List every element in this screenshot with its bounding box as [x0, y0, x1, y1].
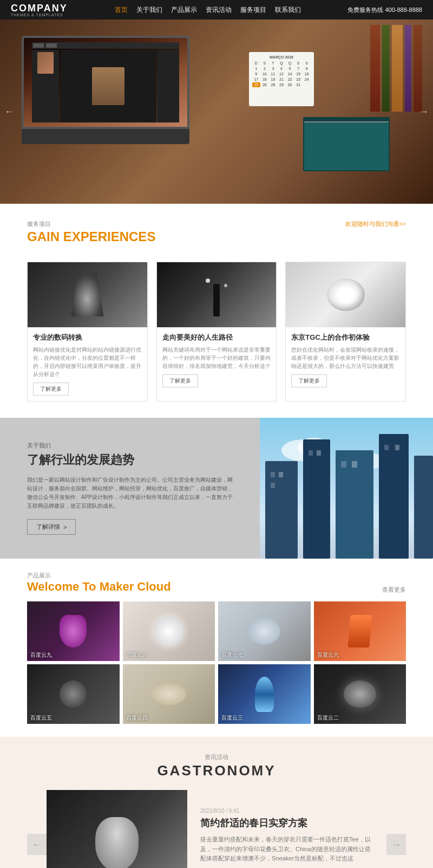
product-item-8[interactable]: 百度云二 — [314, 664, 406, 724]
cal-s2: S — [294, 61, 303, 66]
product-3-label: 百度云七 — [221, 651, 243, 659]
laptop-base — [22, 129, 189, 144]
header: COMPANY THEMES & TEMPLATES 首页 关于我们 产品展示 … — [0, 0, 433, 20]
product-item-7[interactable]: 百度云三 — [218, 664, 311, 724]
products-title: Welcome To Maker Cloud — [27, 580, 171, 594]
cal-q1: Q — [278, 61, 286, 66]
cal-12: 12 — [278, 72, 286, 76]
hero-notebook — [303, 117, 390, 171]
services-title: GAIN EXPERIENCES — [27, 229, 155, 244]
products-link[interactable]: 查看更多 — [382, 586, 406, 594]
svg-rect-5 — [303, 439, 330, 559]
cal-29: 29 — [278, 82, 286, 87]
card-3-btn[interactable]: 了解更多 — [291, 374, 327, 387]
card-1-text: 网站内链接优化是对网站的站内链接源进行优化，在内链优化中，分发的位置都是不一样的… — [33, 346, 142, 378]
cal-23: 23 — [294, 77, 303, 82]
svg-rect-7 — [379, 434, 409, 559]
card-2-img — [157, 262, 277, 327]
cal-19: 19 — [269, 77, 277, 82]
product-4-label: 百度云六 — [317, 651, 339, 659]
card-1-body: 专业的数码转换 网站内链接优化是对网站的站内链接源进行优化，在内链优化中，分发的… — [28, 327, 147, 401]
about-section: 关于我们 了解行业的发展趋势 我们是一家以网站设计制作和广告设计制作为主的公司。… — [0, 418, 433, 559]
nav-item-about[interactable]: 关于我们 — [136, 5, 162, 15]
person — [213, 284, 220, 316]
menu-bar — [32, 42, 179, 49]
cal-s3: S — [303, 61, 311, 66]
hero-arrow-right[interactable]: → — [419, 106, 429, 118]
cal-8: 8 — [303, 66, 311, 71]
svg-rect-9 — [271, 472, 275, 477]
news-arrow-right[interactable]: → — [386, 834, 406, 855]
card-1-btn[interactable]: 了解更多 — [33, 383, 69, 396]
left-panel — [32, 50, 59, 122]
news-title: GASTRONOMY — [27, 762, 406, 779]
product-7-shape — [255, 677, 274, 712]
cal-24: 24 — [303, 77, 311, 82]
news-arrow-left[interactable]: ← — [27, 834, 47, 855]
nav-item-contact[interactable]: 联系我们 — [275, 5, 301, 15]
cal-3: 3 — [269, 66, 277, 71]
thumbnail — [37, 52, 54, 74]
software-ui — [32, 42, 179, 122]
products-section: 产品展示 Welcome To Maker Cloud 查看更多 百度云九 百度… — [0, 559, 433, 737]
svg-rect-17 — [395, 445, 399, 450]
cal-4: 4 — [278, 66, 286, 71]
logo-area: COMPANY THEMES & TEMPLATES — [11, 3, 68, 17]
product-item-3[interactable]: 百度云七 — [218, 601, 311, 661]
cal-16: 16 — [303, 72, 311, 76]
services-link[interactable]: 欢迎随时与我们沟通>> — [345, 220, 406, 228]
services-header: 服务项目 GAIN EXPERIENCES 欢迎随时与我们沟通>> — [27, 220, 406, 253]
book5 — [414, 25, 422, 112]
hero-arrow-left[interactable]: ← — [4, 106, 14, 118]
services-label: 服务项目 — [27, 220, 155, 228]
news-section: 资讯活动 GASTRONOMY ← 2021/8/10 / 9:41 简约舒适的… — [0, 737, 433, 868]
product-item-4[interactable]: 百度云六 — [314, 601, 406, 661]
right-panel — [158, 50, 179, 122]
nav-item-products[interactable]: 产品展示 — [171, 5, 197, 15]
nav-item-services[interactable]: 服务项目 — [240, 5, 266, 15]
services-section: 服务项目 GAIN EXPERIENCES 欢迎随时与我们沟通>> 专业的数码转… — [0, 204, 433, 418]
product-8-label: 百度云二 — [317, 714, 339, 722]
product-6-label: 百度云四 — [126, 714, 148, 722]
news-body: 2021/8/10 / 9:41 简约舒适的春日实穿方案 搭去重量约搭配和未来，… — [187, 799, 386, 868]
product-item-5[interactable]: 百度云五 — [27, 664, 120, 724]
cal-30: 30 — [286, 82, 294, 87]
news-image — [47, 790, 187, 868]
hero-content: MARÇO 2016 D S T Q Q S S 1 2 3 4 5 7 8 9… — [0, 20, 433, 204]
product-1-shape — [60, 615, 87, 647]
product-2-shape — [154, 617, 183, 646]
nav-item-home[interactable]: 首页 — [115, 5, 128, 15]
about-btn[interactable]: 了解详情 > — [27, 519, 76, 535]
cal-10: 10 — [261, 72, 269, 76]
software-panels — [32, 50, 179, 122]
product-item-1[interactable]: 百度云九 — [27, 601, 120, 661]
svg-rect-15 — [352, 461, 357, 468]
services-title-block: 服务项目 GAIN EXPERIENCES — [27, 220, 155, 253]
svg-rect-11 — [271, 483, 275, 488]
card-3-body: 东京TGC上的合作初体验 您好在优化网站时，会发现网站收录的速慢，或者不收录，但… — [286, 327, 405, 393]
svg-rect-16 — [384, 445, 389, 450]
cal-1: 1 — [252, 66, 260, 71]
product-item-6[interactable]: 百度云四 — [123, 664, 215, 724]
logo-text: COMPANY — [11, 3, 68, 13]
product-3-shape — [248, 618, 280, 645]
svg-rect-8 — [414, 456, 433, 559]
cal-t1: T — [269, 61, 277, 66]
news-label: 资讯活动 — [27, 753, 406, 761]
card-2-text: 网站关键词布局对于一个网站来说是非常重要的，一个好的布局等于一个好的建筑，只要内… — [162, 346, 271, 370]
nav-item-news[interactable]: 资讯活动 — [206, 5, 232, 15]
svg-rect-10 — [279, 472, 283, 477]
light2 — [224, 284, 227, 287]
card-1-title: 专业的数码转换 — [33, 333, 142, 342]
laptop-screen-inner — [24, 38, 187, 127]
calendar-title: MARÇO 2016 — [252, 55, 311, 59]
cal-2: 2 — [261, 66, 269, 71]
cal-21: 21 — [278, 77, 286, 82]
card-2-btn[interactable]: 了解更多 — [162, 374, 198, 387]
notebook-spine — [304, 118, 389, 122]
cal-14: 14 — [286, 72, 294, 76]
cal-15: 15 — [294, 72, 303, 76]
cal-q2: Q — [286, 61, 294, 66]
product-item-2[interactable]: 百度云八 — [123, 601, 215, 661]
cal-25: 25 — [252, 82, 260, 87]
